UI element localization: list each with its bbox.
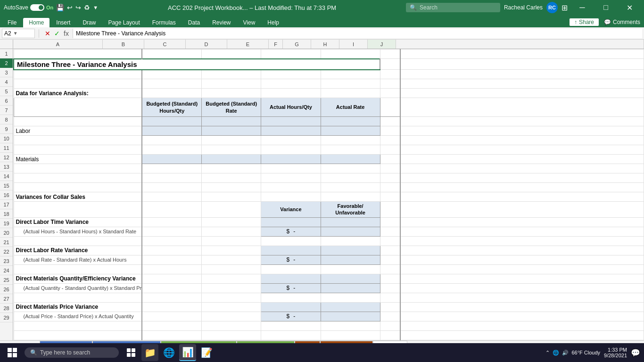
cell-a1[interactable] bbox=[14, 49, 142, 59]
cell-c1[interactable] bbox=[202, 49, 261, 59]
save-icon[interactable]: 💾 bbox=[56, 4, 64, 11]
tab-view[interactable]: View bbox=[238, 18, 261, 27]
row-num-4[interactable]: 4 bbox=[0, 77, 13, 87]
cell-c21[interactable] bbox=[202, 255, 261, 264]
start-button[interactable] bbox=[4, 344, 21, 361]
cell-d20[interactable] bbox=[261, 246, 321, 255]
cell-c24[interactable] bbox=[202, 283, 261, 293]
col-header-e[interactable]: E bbox=[227, 40, 269, 49]
cell-e13[interactable] bbox=[321, 173, 380, 183]
tab-insert[interactable]: Insert bbox=[50, 18, 76, 27]
cell-f12[interactable] bbox=[380, 164, 400, 173]
cell-e26[interactable] bbox=[321, 302, 380, 312]
col-header-i[interactable]: I bbox=[339, 40, 368, 49]
cell-b15[interactable] bbox=[142, 192, 201, 202]
cell-d24[interactable]: $- bbox=[261, 283, 321, 293]
row-num-21[interactable]: 21 bbox=[0, 238, 13, 247]
cell-d9[interactable] bbox=[261, 136, 321, 145]
row-num-17[interactable]: 17 bbox=[0, 200, 13, 209]
user-avatar[interactable]: RC bbox=[546, 2, 558, 13]
row-num-25[interactable]: 25 bbox=[0, 275, 13, 285]
col-header-g[interactable]: G bbox=[283, 40, 311, 49]
row-num-1[interactable]: 1 bbox=[0, 49, 13, 58]
cell-d23[interactable] bbox=[261, 274, 321, 283]
cell-e12[interactable] bbox=[321, 164, 380, 173]
cell-e23[interactable] bbox=[321, 274, 380, 283]
taskbar-edge[interactable]: 🌐 bbox=[160, 344, 177, 361]
row-num-24[interactable]: 24 bbox=[0, 266, 13, 275]
cell-b1[interactable] bbox=[142, 49, 201, 59]
cell-b18[interactable] bbox=[142, 227, 201, 236]
cell-b27[interactable] bbox=[142, 312, 201, 321]
search-box[interactable]: 🔍 Search bbox=[406, 3, 500, 12]
cell-e25[interactable] bbox=[321, 293, 380, 302]
cell-a7[interactable] bbox=[14, 117, 142, 126]
cell-d27[interactable]: $- bbox=[261, 312, 321, 321]
row-num-27[interactable]: 27 bbox=[0, 294, 13, 304]
cell-g8[interactable] bbox=[400, 126, 644, 136]
cell-a18[interactable]: (Actual Hours - Standard Hours) x Standa… bbox=[14, 227, 142, 236]
row-num-18[interactable]: 18 bbox=[0, 209, 13, 219]
cell-g10[interactable] bbox=[400, 145, 644, 155]
cell-f19[interactable] bbox=[380, 236, 400, 246]
cell-a28[interactable] bbox=[14, 321, 142, 330]
cell-g21[interactable] bbox=[400, 255, 644, 264]
comments-button[interactable]: 💬 Comments bbox=[604, 19, 640, 25]
cell-g6[interactable] bbox=[400, 98, 644, 117]
row-num-14[interactable]: 14 bbox=[0, 172, 13, 181]
cell-f21[interactable] bbox=[380, 255, 400, 264]
cell-d4[interactable] bbox=[261, 79, 321, 89]
cell-c13[interactable] bbox=[202, 173, 261, 183]
cell-c8[interactable] bbox=[202, 126, 261, 136]
cell-g16[interactable] bbox=[400, 202, 644, 218]
maximize-button[interactable]: □ bbox=[595, 0, 617, 15]
cell-b5[interactable] bbox=[142, 89, 201, 98]
cell-f3[interactable] bbox=[380, 70, 400, 79]
cell-d17[interactable] bbox=[261, 217, 321, 227]
tab-home[interactable]: Home bbox=[23, 18, 50, 27]
row-num-19[interactable]: 19 bbox=[0, 219, 13, 228]
cell-e20[interactable] bbox=[321, 246, 380, 255]
cell-b8[interactable] bbox=[142, 126, 201, 136]
cell-e3[interactable] bbox=[321, 70, 380, 79]
cell-a2[interactable]: Milestone Three - Variance Analysis bbox=[14, 59, 380, 70]
cell-f25[interactable] bbox=[380, 293, 400, 302]
cell-c5[interactable] bbox=[202, 89, 261, 98]
cell-b6[interactable]: Budgeted (Standard) Hours/Qty bbox=[142, 98, 201, 117]
cell-d16[interactable]: Variance bbox=[261, 202, 321, 218]
cell-f14[interactable] bbox=[380, 183, 400, 192]
cell-c15[interactable] bbox=[202, 192, 261, 202]
cell-c6[interactable]: Budgeted (Standard) Rate bbox=[202, 98, 261, 117]
col-header-a[interactable]: A bbox=[13, 40, 103, 49]
function-icon[interactable]: fx bbox=[64, 30, 69, 37]
volume-icon[interactable]: 🔊 bbox=[562, 350, 569, 356]
row-num-7[interactable]: 7 bbox=[0, 106, 13, 115]
row-num-22[interactable]: 22 bbox=[0, 247, 13, 256]
cell-a13[interactable] bbox=[14, 173, 142, 183]
cell-c12[interactable] bbox=[202, 164, 261, 173]
minimize-button[interactable]: ─ bbox=[571, 0, 593, 15]
cell-a24[interactable]: (Actual Quantity - Standard Quantity) x … bbox=[14, 283, 142, 293]
cell-a29[interactable] bbox=[14, 330, 142, 340]
cell-f1[interactable] bbox=[380, 49, 400, 59]
cell-b24[interactable] bbox=[142, 283, 201, 293]
cell-c16[interactable] bbox=[202, 202, 261, 218]
cell-a16[interactable] bbox=[14, 202, 142, 218]
cell-e14[interactable] bbox=[321, 183, 380, 192]
cell-a19[interactable] bbox=[14, 236, 142, 246]
taskbar-search[interactable]: 🔍 Type here to search bbox=[25, 347, 119, 358]
cell-f9[interactable] bbox=[380, 136, 400, 145]
cell-f10[interactable] bbox=[380, 145, 400, 155]
cell-b29[interactable] bbox=[142, 330, 201, 340]
col-header-d[interactable]: D bbox=[186, 40, 227, 49]
cell-a12[interactable] bbox=[14, 164, 142, 173]
cell-b11[interactable] bbox=[142, 155, 201, 164]
cell-f26[interactable] bbox=[380, 302, 400, 312]
redo-icon[interactable]: ↪ bbox=[75, 4, 81, 11]
network-icon[interactable]: 🌐 bbox=[553, 350, 559, 356]
cancel-formula-icon[interactable]: ✕ bbox=[45, 30, 50, 37]
col-header-b[interactable]: B bbox=[103, 40, 144, 49]
cell-c19[interactable] bbox=[202, 236, 261, 246]
taskbar-file-explorer[interactable]: 📁 bbox=[141, 344, 158, 361]
cell-d10[interactable] bbox=[261, 145, 321, 155]
